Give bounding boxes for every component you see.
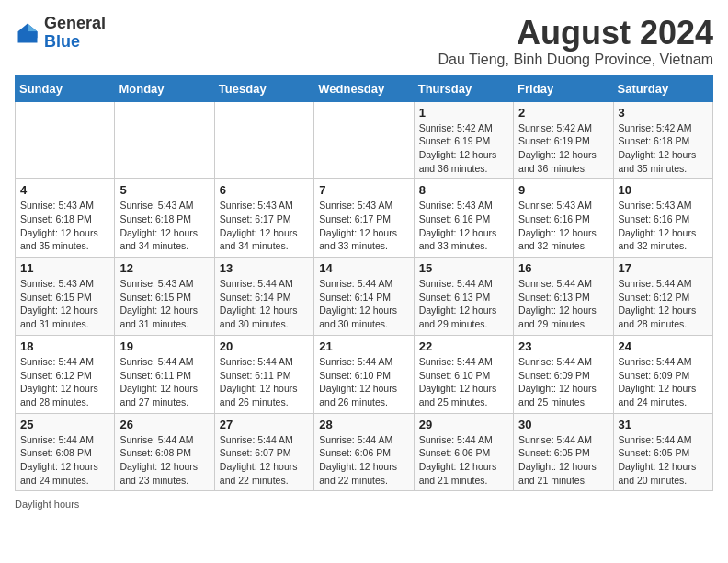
- day-number: 28: [319, 418, 408, 431]
- day-number: 1: [419, 106, 508, 120]
- calendar-cell: 7Sunrise: 5:43 AMSunset: 6:17 PMDaylight…: [314, 179, 414, 258]
- day-info: Sunrise: 5:44 AMSunset: 6:11 PMDaylight:…: [220, 355, 309, 409]
- calendar-cell: 3Sunrise: 5:42 AMSunset: 6:18 PMDaylight…: [613, 101, 712, 179]
- day-number: 12: [119, 261, 209, 275]
- day-of-week-header: Tuesday: [214, 75, 313, 101]
- calendar-cell: [16, 101, 115, 179]
- footer-note: Daylight hours: [15, 499, 713, 510]
- day-info: Sunrise: 5:42 AMSunset: 6:19 PMDaylight:…: [518, 121, 608, 176]
- day-info: Sunrise: 5:43 AMSunset: 6:17 PMDaylight:…: [220, 199, 309, 253]
- day-info: Sunrise: 5:44 AMSunset: 6:14 PMDaylight:…: [220, 277, 309, 331]
- day-info: Sunrise: 5:44 AMSunset: 6:10 PMDaylight:…: [319, 355, 408, 409]
- day-number: 25: [20, 418, 109, 431]
- logo-general: General: [44, 14, 106, 32]
- day-info: Sunrise: 5:44 AMSunset: 6:11 PMDaylight:…: [119, 355, 209, 409]
- day-info: Sunrise: 5:43 AMSunset: 6:18 PMDaylight:…: [20, 199, 109, 253]
- day-of-week-header: Wednesday: [314, 75, 414, 101]
- day-number: 23: [518, 339, 608, 353]
- logo: General Blue: [15, 15, 106, 52]
- day-number: 11: [20, 261, 109, 275]
- day-info: Sunrise: 5:44 AMSunset: 6:10 PMDaylight:…: [419, 355, 508, 409]
- calendar-cell: 22Sunrise: 5:44 AMSunset: 6:10 PMDayligh…: [414, 335, 513, 413]
- day-number: 16: [518, 261, 608, 275]
- day-number: 21: [319, 339, 408, 353]
- day-info: Sunrise: 5:44 AMSunset: 6:09 PMDaylight:…: [518, 355, 608, 409]
- calendar-cell: 11Sunrise: 5:43 AMSunset: 6:15 PMDayligh…: [16, 258, 115, 336]
- day-number: 29: [419, 418, 508, 431]
- day-info: Sunrise: 5:42 AMSunset: 6:18 PMDaylight:…: [619, 121, 708, 176]
- day-info: Sunrise: 5:44 AMSunset: 6:12 PMDaylight:…: [20, 355, 109, 409]
- day-info: Sunrise: 5:43 AMSunset: 6:16 PMDaylight:…: [619, 199, 708, 253]
- calendar-week-row: 4Sunrise: 5:43 AMSunset: 6:18 PMDaylight…: [16, 179, 713, 258]
- day-of-week-header: Thursday: [414, 75, 513, 101]
- day-number: 26: [119, 418, 209, 431]
- header: General Blue August 2024 Dau Tieng, Binh…: [15, 15, 713, 68]
- calendar-cell: 23Sunrise: 5:44 AMSunset: 6:09 PMDayligh…: [514, 335, 613, 413]
- day-number: 17: [619, 261, 708, 275]
- calendar-cell: 5Sunrise: 5:43 AMSunset: 6:18 PMDaylight…: [115, 179, 214, 258]
- calendar-title: August 2024: [438, 15, 713, 52]
- day-info: Sunrise: 5:43 AMSunset: 6:18 PMDaylight:…: [119, 199, 209, 253]
- day-number: 15: [419, 261, 508, 275]
- day-info: Sunrise: 5:43 AMSunset: 6:15 PMDaylight:…: [20, 277, 109, 331]
- calendar-cell: 13Sunrise: 5:44 AMSunset: 6:14 PMDayligh…: [214, 258, 313, 336]
- day-number: 20: [220, 339, 309, 353]
- day-info: Sunrise: 5:44 AMSunset: 6:05 PMDaylight:…: [619, 433, 708, 488]
- calendar-cell: 29Sunrise: 5:44 AMSunset: 6:06 PMDayligh…: [414, 413, 513, 491]
- calendar-cell: 30Sunrise: 5:44 AMSunset: 6:05 PMDayligh…: [514, 413, 613, 491]
- day-number: 3: [619, 106, 708, 120]
- calendar-cell: 31Sunrise: 5:44 AMSunset: 6:05 PMDayligh…: [613, 413, 712, 491]
- day-of-week-header: Friday: [514, 75, 613, 101]
- day-number: 31: [619, 418, 708, 431]
- day-number: 22: [419, 339, 508, 353]
- calendar-cell: [214, 101, 313, 179]
- calendar-cell: 18Sunrise: 5:44 AMSunset: 6:12 PMDayligh…: [16, 335, 115, 413]
- calendar-cell: 2Sunrise: 5:42 AMSunset: 6:19 PMDaylight…: [514, 101, 613, 179]
- calendar-cell: 1Sunrise: 5:42 AMSunset: 6:19 PMDaylight…: [414, 101, 513, 179]
- calendar-cell: 28Sunrise: 5:44 AMSunset: 6:06 PMDayligh…: [314, 413, 414, 491]
- day-number: 2: [518, 106, 608, 120]
- calendar-cell: 9Sunrise: 5:43 AMSunset: 6:16 PMDaylight…: [514, 179, 613, 258]
- day-number: 7: [319, 183, 408, 197]
- day-info: Sunrise: 5:43 AMSunset: 6:15 PMDaylight:…: [119, 277, 209, 331]
- svg-marker-2: [28, 31, 38, 38]
- day-info: Sunrise: 5:44 AMSunset: 6:08 PMDaylight:…: [119, 433, 209, 488]
- day-info: Sunrise: 5:44 AMSunset: 6:13 PMDaylight:…: [419, 277, 508, 331]
- calendar-subtitle: Dau Tieng, Binh Duong Province, Vietnam: [438, 52, 713, 68]
- logo-icon: [15, 20, 40, 46]
- day-info: Sunrise: 5:44 AMSunset: 6:14 PMDaylight:…: [319, 277, 408, 331]
- day-number: 9: [518, 183, 608, 197]
- day-of-week-header: Monday: [115, 75, 214, 101]
- calendar-cell: [115, 101, 214, 179]
- calendar-cell: 20Sunrise: 5:44 AMSunset: 6:11 PMDayligh…: [214, 335, 313, 413]
- day-number: 10: [619, 183, 708, 197]
- day-number: 24: [619, 339, 708, 353]
- calendar-cell: 17Sunrise: 5:44 AMSunset: 6:12 PMDayligh…: [613, 258, 712, 336]
- day-info: Sunrise: 5:44 AMSunset: 6:12 PMDaylight:…: [619, 277, 708, 331]
- day-number: 13: [220, 261, 309, 275]
- day-of-week-header: Sunday: [16, 75, 115, 101]
- calendar-table: SundayMondayTuesdayWednesdayThursdayFrid…: [15, 75, 713, 492]
- day-info: Sunrise: 5:44 AMSunset: 6:09 PMDaylight:…: [619, 355, 708, 409]
- logo-text: General Blue: [44, 15, 106, 52]
- calendar-cell: [314, 101, 414, 179]
- day-number: 14: [319, 261, 408, 275]
- day-number: 18: [20, 339, 109, 353]
- day-number: 4: [20, 183, 109, 197]
- calendar-cell: 10Sunrise: 5:43 AMSunset: 6:16 PMDayligh…: [613, 179, 712, 258]
- day-of-week-header: Saturday: [613, 75, 712, 101]
- day-number: 8: [419, 183, 508, 197]
- title-area: August 2024 Dau Tieng, Binh Duong Provin…: [438, 15, 713, 68]
- calendar-cell: 25Sunrise: 5:44 AMSunset: 6:08 PMDayligh…: [16, 413, 115, 491]
- day-number: 6: [220, 183, 309, 197]
- calendar-cell: 6Sunrise: 5:43 AMSunset: 6:17 PMDaylight…: [214, 179, 313, 258]
- day-info: Sunrise: 5:44 AMSunset: 6:13 PMDaylight:…: [518, 277, 608, 331]
- calendar-header-row: SundayMondayTuesdayWednesdayThursdayFrid…: [16, 75, 713, 101]
- day-number: 5: [119, 183, 209, 197]
- logo-blue: Blue: [44, 32, 80, 51]
- calendar-week-row: 1Sunrise: 5:42 AMSunset: 6:19 PMDaylight…: [16, 101, 713, 179]
- svg-marker-1: [28, 23, 38, 31]
- day-info: Sunrise: 5:43 AMSunset: 6:16 PMDaylight:…: [419, 199, 508, 253]
- calendar-cell: 4Sunrise: 5:43 AMSunset: 6:18 PMDaylight…: [16, 179, 115, 258]
- day-number: 27: [220, 418, 309, 431]
